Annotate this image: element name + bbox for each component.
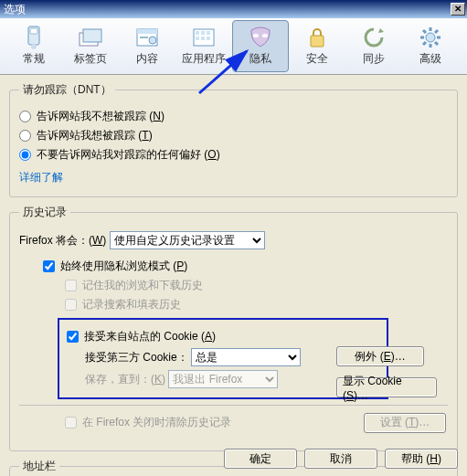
history-mode-select[interactable]: 使用自定义历史记录设置 [110, 231, 265, 249]
footer-buttons: 确定 取消 帮助 (H) [224, 449, 458, 469]
remember-history-check: 记住我的浏览和下载历史 [65, 278, 448, 293]
tab-advanced[interactable]: 高级 [402, 20, 459, 72]
help-button[interactable]: 帮助 (H) [385, 449, 458, 469]
close-button[interactable]: ✕ [451, 3, 465, 16]
clear-settings-button: 设置 (T)… [364, 413, 446, 433]
checkbox-always-private[interactable] [43, 260, 55, 272]
window-title: 选项 [4, 2, 26, 17]
cancel-button[interactable]: 取消 [304, 449, 377, 469]
svg-rect-12 [207, 31, 210, 35]
titlebar: 选项 ✕ [0, 0, 467, 18]
dnt-legend: 请勿跟踪（DNT） [19, 82, 115, 98]
tabs-icon [78, 27, 103, 48]
checkbox-clear-close [65, 417, 77, 428]
keep-until-select: 我退出 Firefox [168, 370, 278, 388]
tab-privacy[interactable]: 隐私 [232, 20, 289, 72]
tab-sync[interactable]: 同步 [345, 20, 402, 72]
content-icon [135, 27, 159, 48]
location-legend: 地址栏 [19, 459, 59, 474]
svg-point-17 [262, 34, 268, 37]
show-cookies-button[interactable]: 显示 Cookie (S)… [336, 377, 437, 397]
third-party-row: 接受第三方 Cookie： 总是 [85, 348, 379, 366]
checkbox-remember [65, 280, 77, 291]
search-form-check: 记录搜索和填表历史 [65, 297, 448, 312]
tab-content[interactable]: 内容 [119, 20, 175, 72]
exceptions-button[interactable]: 例外 (E)… [336, 346, 424, 366]
tab-general[interactable]: 常规 [5, 20, 62, 72]
dnt-more-link[interactable]: 详细了解 [19, 170, 63, 185]
ok-button[interactable]: 确定 [224, 449, 297, 469]
svg-rect-13 [196, 37, 199, 40]
svg-point-8 [149, 37, 156, 44]
radio-none[interactable] [19, 149, 31, 161]
apps-icon [192, 27, 216, 48]
checkbox-accept-cookies[interactable] [67, 331, 79, 343]
svg-rect-4 [83, 29, 101, 42]
svg-line-25 [435, 42, 438, 45]
keep-until-row: 保存，直到：(K) 我退出 Firefox [85, 370, 379, 388]
svg-rect-10 [196, 31, 199, 35]
svg-point-16 [253, 34, 259, 37]
sync-icon [362, 26, 386, 48]
svg-line-26 [435, 30, 438, 33]
tab-tabs[interactable]: 标签页 [62, 20, 119, 72]
toolbar: 常规 标签页 内容 应用程序 隐私 安全 同步 高级 [0, 18, 467, 75]
dnt-opt-none[interactable]: 不要告诉网站我对跟踪的任何偏好 (O) [19, 147, 448, 163]
clear-on-close-check: 在 Firefox 关闭时清除历史记录 [65, 415, 364, 430]
history-group: 历史记录 Firefox 将会：(W) 使用自定义历史记录设置 始终使用隐私浏览… [9, 205, 458, 451]
clear-on-close-row: 在 Firefox 关闭时清除历史记录 设置 (T)… [19, 411, 448, 434]
privacy-mask-icon [249, 26, 272, 48]
dnt-group: 请勿跟踪（DNT） 告诉网站我不想被跟踪 (N) 告诉网站我想被跟踪 (T) 不… [9, 82, 458, 197]
lock-icon [307, 26, 327, 48]
checkbox-searchform [65, 299, 77, 311]
accept-cookies-check[interactable]: 接受来自站点的 Cookie (A) [67, 329, 379, 344]
svg-rect-15 [207, 37, 210, 40]
svg-rect-1 [30, 28, 37, 34]
general-icon [25, 25, 43, 50]
svg-line-24 [423, 30, 426, 33]
always-private-check[interactable]: 始终使用隐私浏览模式 (P) [43, 259, 448, 274]
svg-rect-7 [140, 37, 148, 38]
svg-line-27 [423, 42, 426, 45]
radio-track[interactable] [19, 130, 31, 142]
gear-icon [419, 26, 442, 49]
history-mode-row: Firefox 将会：(W) 使用自定义历史记录设置 [19, 231, 448, 249]
history-legend: 历史记录 [19, 205, 70, 220]
svg-point-19 [426, 33, 435, 42]
dnt-opt-no-track[interactable]: 告诉网站我不想被跟踪 (N) [19, 109, 448, 124]
dnt-opt-track[interactable]: 告诉网站我想被跟踪 (T) [19, 128, 448, 143]
svg-rect-14 [201, 37, 205, 40]
svg-rect-6 [137, 29, 157, 34]
third-party-select[interactable]: 总是 [191, 348, 301, 366]
svg-rect-18 [311, 36, 324, 47]
tab-security[interactable]: 安全 [289, 20, 345, 72]
radio-no-track[interactable] [19, 111, 31, 122]
svg-point-2 [31, 44, 37, 49]
svg-rect-11 [201, 31, 205, 35]
tab-apps[interactable]: 应用程序 [175, 20, 232, 72]
